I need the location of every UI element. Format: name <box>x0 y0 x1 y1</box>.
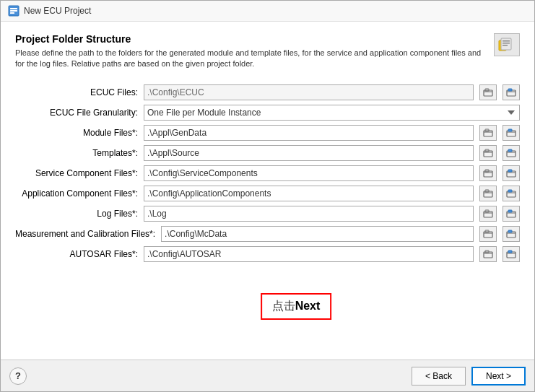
service-component-input[interactable] <box>144 165 474 181</box>
autosar-browse2-btn[interactable] <box>503 246 520 262</box>
svg-rect-28 <box>508 190 512 192</box>
log-files-browse2-btn[interactable] <box>503 206 520 222</box>
footer-right: < Back Next > <box>412 367 526 386</box>
module-files-label: Module Files*: <box>15 128 138 138</box>
ecuc-files-browse2-btn[interactable] <box>503 84 520 100</box>
svg-rect-24 <box>508 170 512 172</box>
service-component-row: Service Component Files*: <box>15 165 520 181</box>
form-section: ECUC Files: ECUC File Granularity: One F… <box>15 84 520 262</box>
measurement-browse-btn[interactable] <box>479 226 497 242</box>
autosar-browse-btn[interactable] <box>479 246 497 262</box>
service-component-label: Service Component Files*: <box>15 168 138 178</box>
log-files-browse-btn[interactable] <box>479 206 497 222</box>
main-window: New ECU Project Project Folder Structure… <box>0 0 535 392</box>
ecuc-files-label: ECUC Files: <box>15 87 138 97</box>
svg-rect-20 <box>508 149 512 152</box>
annotation-chinese-text: 点击 <box>272 300 295 312</box>
corner-icon <box>494 33 520 56</box>
ecuc-granularity-label: ECUC File Granularity: <box>15 108 138 118</box>
app-component-row: Application Component Files*: <box>15 186 520 201</box>
window-title: New ECU Project <box>24 6 91 16</box>
ecuc-files-input[interactable] <box>144 84 474 100</box>
svg-rect-6 <box>503 40 510 42</box>
page-title: Project Folder Structure <box>15 33 492 45</box>
svg-rect-32 <box>508 210 512 212</box>
svg-rect-2 <box>10 10 17 12</box>
ecuc-granularity-row: ECUC File Granularity: One File per Modu… <box>15 105 520 121</box>
svg-rect-16 <box>508 129 512 131</box>
app-component-browse2-btn[interactable] <box>503 186 520 201</box>
templates-row: Templates*: <box>15 145 520 161</box>
back-button[interactable]: < Back <box>412 367 466 386</box>
module-files-browse-btn[interactable] <box>479 125 497 141</box>
page-description: Please define the path to the folders fo… <box>15 48 492 70</box>
app-component-input[interactable] <box>144 186 474 201</box>
svg-rect-12 <box>508 89 512 91</box>
service-component-browse-btn[interactable] <box>479 165 497 181</box>
annotation-next-text: Next <box>295 300 321 312</box>
svg-rect-3 <box>10 12 14 14</box>
module-files-row: Module Files*: <box>15 125 520 141</box>
templates-label: Templates*: <box>15 148 138 158</box>
measurement-browse2-btn[interactable] <box>503 226 520 242</box>
next-button[interactable]: Next > <box>471 367 526 386</box>
svg-rect-1 <box>10 8 17 9</box>
svg-rect-8 <box>503 45 508 46</box>
service-component-browse2-btn[interactable] <box>503 165 520 181</box>
content-area: Project Folder Structure Please define t… <box>1 22 534 360</box>
ecuc-files-row: ECUC Files: <box>15 84 520 100</box>
log-files-row: Log Files*: <box>15 206 520 222</box>
title-bar: New ECU Project <box>1 1 534 22</box>
annotation-box: 点击Next <box>261 293 332 320</box>
log-files-input[interactable] <box>144 206 474 222</box>
svg-rect-7 <box>503 43 510 44</box>
autosar-input[interactable] <box>144 246 474 262</box>
module-files-input[interactable] <box>144 125 474 141</box>
module-files-browse2-btn[interactable] <box>503 125 520 141</box>
window-icon <box>8 5 19 17</box>
measurement-label: Measurement and Calibration Files*: <box>15 229 155 239</box>
templates-input[interactable] <box>144 145 474 161</box>
ecuc-granularity-select[interactable]: One File per Module Instance <box>144 105 520 121</box>
footer-left: ? <box>9 367 27 385</box>
app-component-browse-btn[interactable] <box>479 186 497 201</box>
app-component-label: Application Component Files*: <box>15 188 138 199</box>
templates-browse2-btn[interactable] <box>503 145 520 161</box>
templates-browse-btn[interactable] <box>479 145 497 161</box>
autosar-label: AUTOSAR Files*: <box>15 249 138 259</box>
autosar-row: AUTOSAR Files*: <box>15 246 520 262</box>
help-button[interactable]: ? <box>9 367 27 385</box>
header-text: Project Folder Structure Please define t… <box>15 33 492 70</box>
log-files-label: Log Files*: <box>15 209 138 219</box>
page-header: Project Folder Structure Please define t… <box>15 33 520 70</box>
ecuc-files-browse-btn[interactable] <box>479 84 497 100</box>
measurement-input[interactable] <box>161 226 474 242</box>
measurement-row: Measurement and Calibration Files*: <box>15 226 520 242</box>
svg-rect-40 <box>508 251 512 253</box>
footer: ? < Back Next > <box>1 360 534 391</box>
svg-rect-36 <box>508 230 512 232</box>
svg-rect-5 <box>501 38 511 50</box>
